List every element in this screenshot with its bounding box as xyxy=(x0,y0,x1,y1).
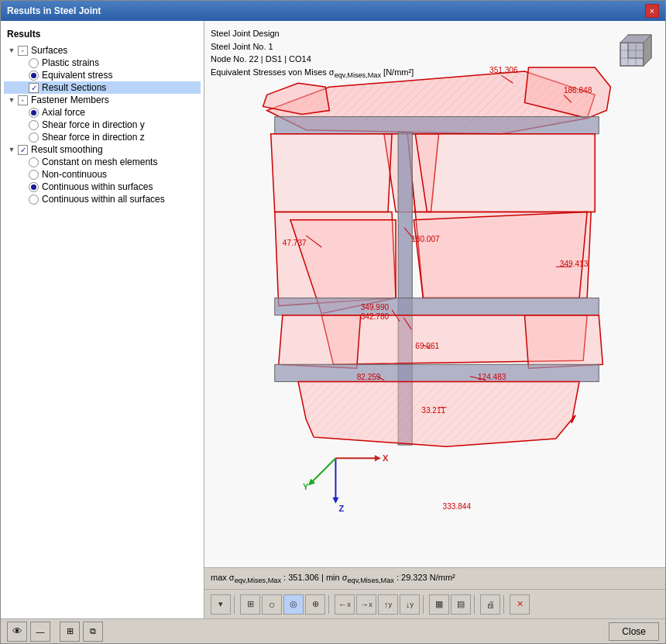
radio-constant-mesh[interactable] xyxy=(29,157,39,167)
tree-item-continuous-all[interactable]: Continuous within all surfaces xyxy=(4,193,201,205)
structural-view: 351.306 186.848 47.737 180.007 349.413 3… xyxy=(204,21,665,567)
label-continuous-all: Continuous within all surfaces xyxy=(42,194,165,205)
toolbar-sep-3 xyxy=(423,595,426,614)
svg-marker-18 xyxy=(415,134,595,212)
value-186: 186.848 xyxy=(564,86,592,95)
status-text: max σeqv,Mises,Max : 351.306 | min σeqv,… xyxy=(211,573,455,584)
panel-title: Results xyxy=(4,27,201,41)
bottom-line-btn[interactable]: — xyxy=(30,622,50,642)
toolbar-arrow-up[interactable]: ↑y xyxy=(378,594,398,615)
tree-item-shear-z[interactable]: Shear force in direction z xyxy=(4,131,201,143)
checkbox-result-smoothing[interactable] xyxy=(18,145,28,155)
radio-continuous-within[interactable] xyxy=(29,182,39,192)
tree-item-surfaces[interactable]: ▼ Surfaces xyxy=(4,44,201,57)
bottom-grid-btn[interactable]: ⊞ xyxy=(60,622,80,642)
toolbar-close-x-btn[interactable]: ✕ xyxy=(510,594,530,615)
svg-text:Z: Z xyxy=(338,504,344,513)
toolbar-plus-btn[interactable]: ⊕ xyxy=(305,594,325,615)
toolbar-table-btn[interactable]: ▦ xyxy=(429,594,449,615)
left-panel: Results ▼ Surfaces Plastic strains Equiv… xyxy=(1,21,204,618)
label-result-sections: Result Sections xyxy=(42,82,106,93)
value-342: 342.780 xyxy=(361,312,390,321)
toolbar-circle-btn[interactable]: ○ xyxy=(262,594,282,615)
value-333: 333.844 xyxy=(443,502,472,511)
toolbar-arrow-down[interactable]: ↓y xyxy=(400,594,420,615)
window-close-button[interactable]: × xyxy=(645,4,659,18)
bottom-eye-btn[interactable]: 👁 xyxy=(7,622,27,642)
tree-item-shear-y[interactable]: Shear force in direction y xyxy=(4,119,201,131)
svg-marker-26 xyxy=(279,315,361,369)
tree-item-continuous-within[interactable]: Continuous within surfaces xyxy=(4,181,201,193)
value-47: 47.737 xyxy=(283,239,307,247)
toolbar-print-btn[interactable]: 🖨 xyxy=(480,594,500,615)
label-constant-mesh: Constant on mesh elements xyxy=(42,157,157,167)
title-bar: Results in Steel Joint × xyxy=(1,1,665,21)
toolbar-minus-btn[interactable]: ▤ xyxy=(451,594,471,615)
expand-icon-smoothing: ▼ xyxy=(7,145,16,154)
main-window: Results in Steel Joint × Results ▼ Surfa… xyxy=(0,0,666,644)
toolbar-sep-2 xyxy=(328,595,331,614)
toolbar-grid-btn[interactable]: ⊞ xyxy=(240,594,260,615)
viewport[interactable]: Steel Joint Design Steel Joint No. 1 Nod… xyxy=(204,21,665,567)
checkbox-fastener-members[interactable] xyxy=(18,95,28,105)
svg-marker-45 xyxy=(375,455,381,461)
label-fastener-members: Fastener Members xyxy=(31,95,109,105)
svg-marker-43 xyxy=(332,498,338,504)
svg-line-46 xyxy=(312,458,335,481)
checkbox-surfaces[interactable] xyxy=(18,46,28,56)
label-continuous-within: Continuous within surfaces xyxy=(42,181,153,192)
radio-equivalent-stress[interactable] xyxy=(29,71,39,81)
toolbar-target-btn[interactable]: ◎ xyxy=(283,594,304,615)
value-82: 82.259 xyxy=(357,373,381,381)
tree-item-non-continuous[interactable]: Non-continuous xyxy=(4,168,201,181)
value-349a: 349.413 xyxy=(560,260,589,268)
checkbox-result-sections[interactable] xyxy=(29,83,39,93)
toolbar: ▾ ⊞ ○ ◎ ⊕ ←x →x ↑y ↓y ▦ ▤ 🖨 ✕ xyxy=(204,589,665,618)
expand-icon-fastener: ▼ xyxy=(7,95,16,105)
window-title: Results in Steel Joint xyxy=(7,5,101,16)
label-shear-z: Shear force in direction z xyxy=(42,132,145,143)
toolbar-sep-5 xyxy=(503,595,506,614)
toolbar-dropdown-btn[interactable]: ▾ xyxy=(211,594,231,615)
status-bar: max σeqv,Mises,Max : 351.306 | min σeqv,… xyxy=(204,567,665,589)
radio-shear-y[interactable] xyxy=(29,120,39,130)
bottom-icons: 👁 — ⊞ ⧉ xyxy=(7,622,103,642)
tree-item-plastic-strains[interactable]: Plastic strains xyxy=(4,57,201,69)
right-panel: Steel Joint Design Steel Joint No. 1 Nod… xyxy=(204,21,665,618)
label-axial-force: Axial force xyxy=(42,107,85,118)
radio-continuous-all[interactable] xyxy=(29,195,39,205)
radio-non-continuous[interactable] xyxy=(29,170,39,180)
tree-item-constant-mesh[interactable]: Constant on mesh elements xyxy=(4,156,201,168)
svg-marker-23 xyxy=(414,212,587,298)
bottom-layers-btn[interactable]: ⧉ xyxy=(83,622,103,642)
label-result-smoothing: Result smoothing xyxy=(31,144,103,155)
svg-rect-24 xyxy=(275,298,599,315)
toolbar-sep-4 xyxy=(474,595,477,614)
svg-text:X: X xyxy=(383,453,389,463)
tree-item-result-sections[interactable]: Result Sections xyxy=(4,81,201,94)
label-non-continuous: Non-continuous xyxy=(42,169,107,180)
value-180: 180.007 xyxy=(411,235,440,243)
toolbar-arrow-right[interactable]: →x xyxy=(356,594,376,615)
expand-icon-surfaces: ▼ xyxy=(7,46,16,55)
tree-item-fastener-members[interactable]: ▼ Fastener Members xyxy=(4,94,201,106)
value-124: 124.483 xyxy=(478,373,506,381)
value-69: 69.961 xyxy=(415,342,439,350)
radio-plastic-strains[interactable] xyxy=(29,58,39,68)
label-plastic-strains: Plastic strains xyxy=(42,57,99,68)
toolbar-arrow-left[interactable]: ←x xyxy=(335,594,355,615)
radio-shear-z[interactable] xyxy=(29,133,39,143)
bottom-bar: 👁 — ⊞ ⧉ Close xyxy=(1,618,665,643)
value-33: 33.211 xyxy=(421,406,445,415)
svg-text:Y: Y xyxy=(303,482,309,491)
label-equivalent-stress: Equivalent stress xyxy=(42,70,112,81)
toolbar-sep-1 xyxy=(234,595,237,614)
radio-axial-force[interactable] xyxy=(29,108,39,118)
svg-rect-14 xyxy=(275,117,599,134)
tree-item-equivalent-stress[interactable]: Equivalent stress xyxy=(4,69,201,81)
label-surfaces: Surfaces xyxy=(31,45,67,56)
tree-item-axial-force[interactable]: Axial force xyxy=(4,106,201,119)
value-349b: 349.990 xyxy=(361,303,390,312)
tree-item-result-smoothing[interactable]: ▼ Result smoothing xyxy=(4,143,201,156)
close-button[interactable]: Close xyxy=(609,622,659,641)
